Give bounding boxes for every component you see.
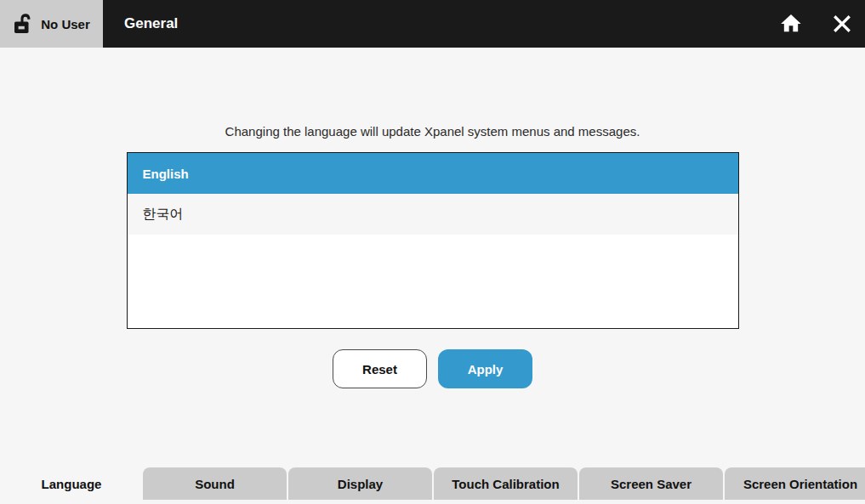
language-list: English 한국어 [127,152,739,329]
user-status-label: No User [41,17,90,31]
tab-touch-calibration[interactable]: Touch Calibration [434,467,578,500]
xpanel-settings-screen: No User General Changing the lang [0,0,865,504]
tab-language[interactable]: Language [0,467,143,500]
top-bar: No User General [0,0,865,48]
home-icon [778,12,804,36]
language-change-notice: Changing the language will update Xpanel… [225,124,640,139]
list-item-english[interactable]: English [128,153,738,194]
tab-display[interactable]: Display [288,467,432,500]
tab-screen-saver[interactable]: Screen Saver [579,467,723,500]
close-button[interactable] [828,9,856,38]
tab-screen-orientation[interactable]: Screen Orientation [725,467,865,500]
settings-tab-bar: Language Sound Display Touch Calibration… [0,467,865,500]
close-icon [829,11,855,37]
home-button[interactable] [777,9,805,38]
general-settings-panel: Changing the language will update Xpanel… [0,48,865,388]
apply-button[interactable]: Apply [438,349,532,388]
tab-sound[interactable]: Sound [143,467,287,500]
list-item-label: English [143,167,189,181]
top-bar-actions [777,0,865,48]
unlock-icon [13,12,35,36]
action-buttons: Reset Apply [333,349,532,388]
user-status-button[interactable]: No User [0,0,103,48]
list-item-korean[interactable]: 한국어 [128,194,738,235]
list-item-label: 한국어 [143,206,184,224]
page-title: General [124,15,178,32]
reset-button[interactable]: Reset [333,349,427,388]
